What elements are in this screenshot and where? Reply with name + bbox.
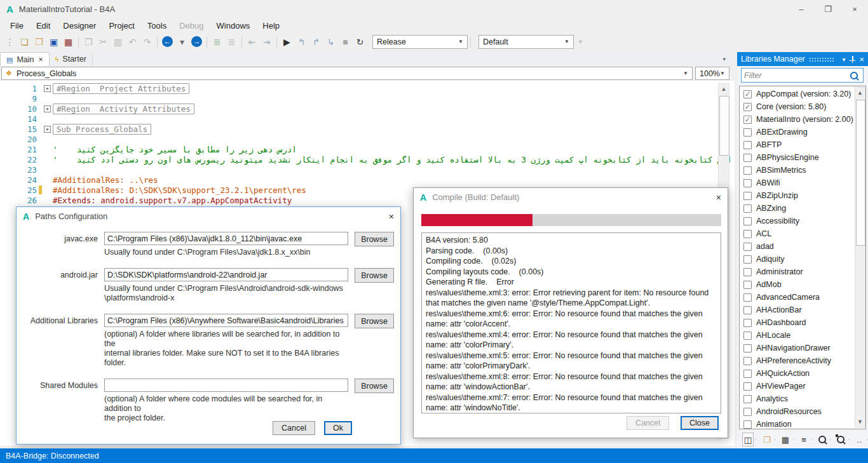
library-item[interactable]: AndroidResources — [740, 405, 865, 418]
library-item[interactable]: ABWifi — [740, 177, 865, 189]
library-checkbox[interactable] — [743, 332, 752, 340]
library-checkbox[interactable] — [743, 319, 752, 327]
library-checkbox[interactable] — [743, 357, 752, 365]
path-input-additional-libraries[interactable] — [104, 314, 348, 327]
undo-icon[interactable]: ↶ — [125, 35, 140, 49]
library-item[interactable]: AHLocale — [740, 329, 865, 342]
find-panel-icon[interactable] — [817, 433, 827, 446]
redo-icon[interactable]: ↷ — [140, 35, 154, 49]
close-button-icon[interactable]: × — [841, 0, 868, 18]
menu-item-file[interactable]: File — [4, 19, 30, 32]
library-item[interactable]: AHQuickAction — [740, 367, 865, 380]
library-item[interactable]: AdvancedCamera — [740, 291, 865, 304]
path-input-android-jar[interactable] — [104, 268, 348, 281]
library-item[interactable]: ABZxing — [740, 202, 865, 215]
library-checkbox[interactable] — [743, 217, 752, 225]
build-profile-select[interactable]: Default ▼ — [478, 35, 574, 49]
library-checkbox[interactable] — [743, 230, 752, 238]
library-item[interactable]: ABSimMetrics — [740, 164, 865, 177]
libraries-panel-header[interactable]: Libraries Manager ▾ × — [737, 52, 868, 66]
export-project-icon[interactable]: ▦ — [61, 35, 76, 49]
scroll-down-icon[interactable]: ▼ — [855, 417, 865, 427]
library-checkbox[interactable] — [743, 179, 752, 187]
scroll-up-icon[interactable]: ▲ — [719, 84, 729, 94]
step-into-icon[interactable]: ↱ — [309, 35, 323, 49]
scroll-up-icon[interactable]: ▲ — [855, 88, 865, 98]
library-checkbox[interactable] — [743, 344, 752, 352]
restart-icon[interactable]: ↻ — [353, 35, 367, 49]
library-item[interactable]: AHActionBar — [740, 304, 865, 316]
library-item[interactable]: Animation — [740, 418, 865, 429]
menu-item-edit[interactable]: Edit — [30, 19, 57, 32]
stop-icon[interactable]: ■ — [338, 35, 353, 49]
search-results-panel-icon[interactable] — [836, 433, 846, 446]
library-item[interactable]: AHViewPager — [740, 380, 865, 393]
modules-panel-icon[interactable]: ▦ — [780, 433, 790, 446]
library-checkbox[interactable]: ✓ — [743, 103, 752, 111]
libraries-scrollbar[interactable]: ▲ ▼ — [855, 87, 865, 427]
minimize-button-icon[interactable]: – — [788, 0, 815, 18]
library-checkbox[interactable] — [743, 281, 752, 289]
new-project-icon[interactable]: ❏ — [17, 35, 32, 49]
library-checkbox[interactable] — [743, 370, 752, 378]
library-checkbox[interactable] — [743, 154, 752, 162]
scrollbar-thumb[interactable] — [856, 100, 865, 246]
zoom-selector[interactable]: 100% ▼ — [695, 67, 729, 80]
library-item[interactable]: ABPhysicsEngine — [740, 151, 865, 164]
ok-button[interactable]: Ok — [324, 421, 352, 435]
library-checkbox[interactable] — [743, 243, 752, 251]
library-item[interactable]: adad — [740, 240, 865, 253]
library-item[interactable]: ✓MaterialIntro (version: 2.00) — [740, 113, 865, 126]
cut-icon[interactable]: ✂ — [96, 35, 111, 49]
menu-item-designer[interactable]: Designer — [57, 19, 102, 32]
browse-button[interactable]: Browse — [355, 268, 394, 283]
collapsed-region[interactable]: #Region Activity Attributes — [53, 104, 194, 114]
browse-button[interactable]: Browse — [355, 314, 394, 328]
menu-item-debug[interactable]: Debug — [173, 19, 210, 32]
fold-expand-icon[interactable]: + — [44, 85, 51, 92]
close-icon[interactable]: × — [389, 211, 394, 222]
step-over-icon[interactable]: ↰ — [294, 35, 309, 49]
library-item[interactable]: Analytics — [740, 393, 865, 405]
files-panel-icon[interactable]: ❒ — [762, 433, 772, 446]
collapsed-region[interactable]: #Region Project Attributes — [53, 83, 189, 94]
library-item[interactable]: ABZipUnzip — [740, 189, 865, 202]
build-configuration-select[interactable]: Release ▼ — [372, 35, 468, 49]
library-checkbox[interactable] — [743, 255, 752, 264]
library-item[interactable]: Administrator — [740, 265, 865, 278]
library-item[interactable]: AHDashboard — [740, 316, 865, 329]
restore-button-icon[interactable]: ❐ — [815, 0, 841, 18]
books-panel-icon[interactable]: ◫ — [742, 433, 754, 446]
paste-icon[interactable]: ▥ — [111, 35, 125, 49]
library-item[interactable]: ABExtDrawing — [740, 126, 865, 138]
uncomment-icon[interactable]: ≣ — [224, 35, 239, 49]
library-checkbox[interactable] — [743, 141, 752, 149]
path-input-shared-modules[interactable] — [104, 379, 348, 392]
library-checkbox[interactable]: ✓ — [743, 90, 752, 98]
toolbar-overflow-icon[interactable]: ▿ — [579, 38, 582, 45]
library-checkbox[interactable] — [743, 205, 752, 213]
browse-button[interactable]: Browse — [355, 232, 394, 246]
comment-icon[interactable]: ≣ — [210, 35, 224, 49]
close-button[interactable]: Close — [681, 416, 719, 430]
panel-dropdown-icon[interactable]: ▾ — [842, 56, 845, 63]
panel-overflow-dots[interactable]: ‥ — [854, 433, 864, 446]
library-item[interactable]: ✓Core (version: 5.80) — [740, 100, 865, 113]
fold-expand-icon[interactable]: + — [44, 126, 51, 133]
library-item[interactable]: ABFTP — [740, 138, 865, 151]
menu-item-windows[interactable]: Windows — [210, 19, 257, 32]
tab-list-dropdown-icon[interactable]: ▾ — [722, 56, 726, 62]
tab-starter[interactable]: ϟStarter — [50, 52, 93, 66]
library-item[interactable]: AHPreferenceActivity — [740, 354, 865, 367]
logs-panel-icon[interactable]: ≡ — [799, 433, 809, 446]
copy-icon[interactable]: ❐ — [81, 35, 96, 49]
fold-expand-icon[interactable]: + — [44, 105, 51, 112]
scrollbar-thumb[interactable] — [719, 96, 729, 156]
cancel-button[interactable]: Cancel — [273, 421, 315, 435]
library-checkbox[interactable] — [743, 166, 752, 175]
back-history-dropdown-icon[interactable]: ▾ — [175, 35, 189, 49]
member-selector[interactable]: ❖ Process_Globals ▼ — [1, 67, 693, 80]
library-checkbox[interactable] — [743, 408, 752, 416]
outdent-icon[interactable]: ⇤ — [245, 35, 259, 49]
library-checkbox[interactable] — [743, 192, 752, 200]
